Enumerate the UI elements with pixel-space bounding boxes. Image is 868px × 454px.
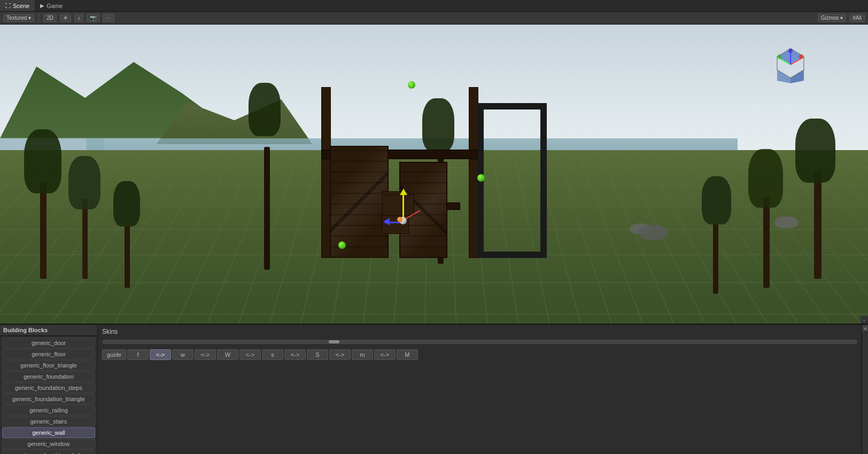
skins-toolbar: guidef<->w<->W<->s<->S<->m<->M — [102, 347, 857, 362]
block-item-generic_stairs[interactable]: generic_stairs — [2, 416, 95, 427]
scroll-thumb[interactable] — [329, 340, 339, 343]
separator-1 — [38, 14, 39, 22]
tab-bar: ⛶ Scene ▶ Game — [0, 0, 868, 12]
tab-game[interactable]: ▶ Game — [35, 0, 68, 11]
move-gizmo[interactable] — [382, 191, 425, 234]
bottom-panel: Building Blocks generic_doorgeneric_floo… — [0, 324, 868, 454]
tree-3 — [121, 181, 132, 288]
viewport-3d[interactable]: ▪ — [0, 25, 868, 324]
scroll-up-arrow[interactable]: ▲ — [862, 325, 868, 331]
skin-btn-5[interactable]: W — [217, 349, 238, 360]
btn-2d[interactable]: 2D — [43, 14, 57, 22]
svg-point-8 — [778, 54, 782, 59]
tree-1 — [35, 129, 51, 279]
skin-btn-12[interactable]: <-> — [374, 349, 396, 360]
toolbar-right: Gizmos ▾ #All — [818, 14, 865, 22]
btn-more[interactable]: ⋯ — [103, 14, 114, 22]
skins-label: Skins — [102, 327, 857, 336]
block-item-generic_foundation[interactable]: generic_foundation — [2, 371, 95, 382]
skin-btn-11[interactable]: m — [352, 349, 373, 360]
building-blocks-panel: Building Blocks generic_doorgeneric_floo… — [0, 325, 98, 454]
skin-btn-2[interactable]: <-> — [150, 349, 171, 360]
btn-sun[interactable]: ☀ — [60, 14, 71, 22]
frame-post-left — [321, 87, 331, 258]
building-blocks-list[interactable]: generic_doorgeneric_floorgeneric_floor_t… — [0, 336, 97, 454]
block-item-generic_foundation_triangle[interactable]: generic_foundation_triangle — [2, 394, 95, 404]
skin-btn-0[interactable]: guide — [102, 349, 126, 360]
display-mode-dropdown[interactable]: Textured ▾ — [3, 14, 34, 22]
block-item-generic_floor[interactable]: generic_floor — [2, 349, 95, 359]
skin-btn-10[interactable]: <-> — [329, 349, 351, 360]
frame-right-structure — [477, 103, 547, 258]
tab-scene[interactable]: ⛶ Scene — [0, 0, 35, 11]
skin-btn-4[interactable]: <-> — [195, 349, 216, 360]
btn-camera[interactable]: 📷 — [87, 14, 99, 22]
skins-area: Skins guidef<->w<->W<->s<->S<->m<->M — [98, 325, 862, 364]
game-icon: ▶ — [40, 3, 44, 9]
tree-center-1 — [260, 83, 271, 270]
display-mode-arrow-icon: ▾ — [28, 15, 31, 21]
viewport-resize-handle[interactable]: ▪ — [861, 316, 868, 324]
wall-panel-left — [330, 146, 389, 258]
tree-right-1 — [809, 119, 825, 279]
block-item-generic_wall[interactable]: generic_wall — [2, 427, 95, 438]
tab-scene-label: Scene — [13, 3, 29, 9]
block-item-generic_floor_triangle[interactable]: generic_floor_triangle — [2, 360, 95, 371]
block-item-generic_foundation_steps[interactable]: generic_foundation_steps — [2, 382, 95, 393]
tab-game-label: Game — [46, 3, 63, 9]
scroll-row — [102, 339, 857, 345]
block-item-generic_window[interactable]: generic_window — [2, 439, 95, 449]
block-item-generic_door[interactable]: generic_door — [2, 338, 95, 348]
building-blocks-header: Building Blocks — [0, 325, 97, 336]
skin-btn-1[interactable]: f — [127, 349, 149, 360]
tree-right-3 — [710, 176, 720, 294]
rock-2 — [639, 225, 668, 240]
display-mode-label: Textured — [6, 15, 27, 21]
skin-btn-9[interactable]: S — [307, 349, 328, 360]
skin-btn-6[interactable]: <-> — [239, 349, 261, 360]
scene-icon: ⛶ — [5, 3, 11, 9]
skin-btn-7[interactable]: s — [262, 349, 283, 360]
scrollbar-track[interactable] — [862, 331, 868, 454]
scene-toolbar: Textured ▾ 2D ☀ ♪ 📷 ⋯ Gizmos ▾ #All — [0, 12, 868, 25]
main-content-area: Skins guidef<->w<->W<->s<->S<->m<->M — [98, 325, 862, 454]
gizmo-orientation-cube[interactable] — [772, 46, 809, 83]
gizmos-label: Gizmos — [821, 15, 839, 21]
block-item-generic_railing[interactable]: generic_railing — [2, 405, 95, 416]
btn-audio[interactable]: ♪ — [74, 14, 83, 22]
all-label: #All — [852, 15, 862, 21]
rock-3 — [774, 216, 799, 228]
all-dropdown[interactable]: #All — [849, 14, 865, 22]
building-blocks-title: Building Blocks — [3, 327, 48, 333]
right-scrollbar[interactable]: ▲ ▼ — [862, 325, 868, 454]
skin-btn-13[interactable]: M — [397, 349, 418, 360]
gizmos-dropdown[interactable]: Gizmos ▾ — [818, 14, 847, 22]
svg-point-7 — [799, 54, 803, 59]
skin-btn-3[interactable]: w — [172, 349, 193, 360]
block-item-generic_wooden_hinged_door[interactable]: generic_wooden_hinged_door — [2, 450, 95, 454]
svg-point-9 — [788, 49, 793, 53]
scroll-track[interactable] — [102, 340, 857, 344]
skin-btn-8[interactable]: <-> — [284, 349, 306, 360]
tree-2 — [78, 156, 91, 279]
tree-right-2 — [759, 149, 772, 288]
gizmos-arrow-icon: ▾ — [840, 15, 843, 21]
